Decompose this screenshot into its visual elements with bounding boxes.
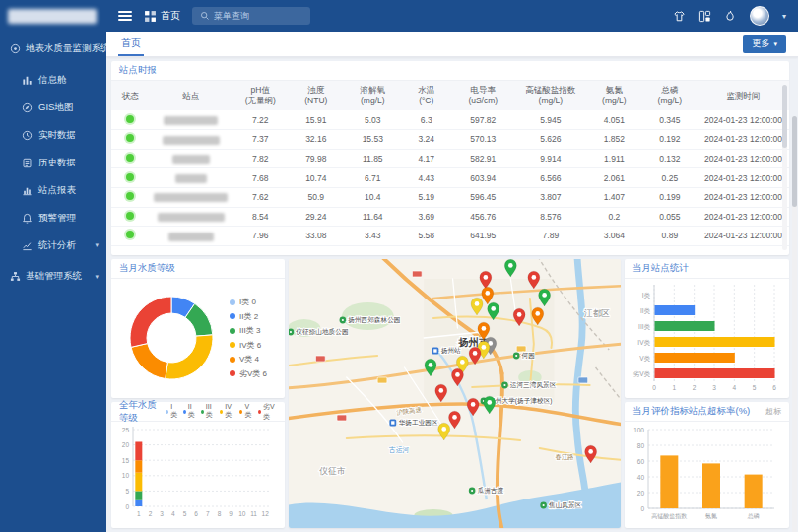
- table-row[interactable]: 7.3732.1615.533.24570.135.6261.8520.1922…: [111, 130, 789, 150]
- table-cell: 8.576: [515, 207, 587, 227]
- svg-text:总磷: 总磷: [747, 513, 760, 519]
- legend-item[interactable]: 劣V类 6: [230, 368, 267, 379]
- history-icon: [22, 158, 33, 168]
- layout-icon[interactable]: [698, 10, 711, 23]
- chevron-down-icon[interactable]: ▾: [782, 12, 786, 21]
- table-scrollbar[interactable]: [782, 85, 787, 250]
- page-scrollbar[interactable]: [792, 116, 797, 532]
- status-dot-green: [126, 173, 134, 181]
- sidebar-item-label: 历史数据: [38, 157, 76, 169]
- card-title: 当月评价指标站点超标率(%): [632, 405, 750, 418]
- flame-icon[interactable]: [724, 10, 737, 23]
- table-cell: 79.98: [289, 149, 344, 168]
- search-input[interactable]: [214, 11, 302, 21]
- topbar-actions: ▾: [673, 6, 786, 26]
- hamburger-menu-icon[interactable]: [118, 11, 132, 21]
- table-cell: 597.82: [451, 110, 515, 130]
- sidebar-item-station-report[interactable]: 站点报表: [0, 176, 106, 204]
- table-cell: 5.945: [515, 110, 587, 130]
- table-cell: 2024-01-23 12:00:00: [698, 149, 789, 168]
- table-row[interactable]: 7.8279.9811.854.17582.919.9141.9110.1322…: [111, 149, 789, 168]
- table-cell: 7.37: [233, 130, 288, 150]
- svg-text:运河三湾风景区: 运河三湾风景区: [510, 381, 557, 389]
- sidebar-item-realtime-data[interactable]: 实时数据: [0, 121, 106, 149]
- sidebar-item-stats-analysis[interactable]: 统计分析▾: [0, 232, 106, 259]
- tab-home[interactable]: 首页: [118, 32, 144, 56]
- svg-text:0: 0: [640, 505, 644, 512]
- svg-text:3: 3: [160, 510, 164, 517]
- table-cell: 7.96: [233, 227, 288, 246]
- table-cell: 456.76: [451, 207, 515, 227]
- table-cell: 582.91: [451, 149, 515, 168]
- realtime-icon: [22, 130, 33, 141]
- legend-item[interactable]: II类: [183, 402, 196, 422]
- table-row[interactable]: 7.9633.083.435.58641.957.893.0640.892024…: [111, 227, 789, 246]
- legend-item[interactable]: 劣V类: [258, 402, 277, 422]
- svg-text:9: 9: [229, 510, 233, 517]
- svg-text:5: 5: [125, 488, 129, 495]
- table-row[interactable]: 7.6810.746.714.43603.946.5662.0610.25202…: [111, 168, 789, 188]
- sidebar-item-history-data[interactable]: 历史数据: [0, 149, 106, 176]
- table-row[interactable]: 7.2215.915.036.3597.825.9454.0510.345202…: [111, 110, 789, 130]
- legend-item[interactable]: III类: [201, 402, 215, 422]
- redacted-station-name: [175, 174, 207, 183]
- sidebar-item-gis-map[interactable]: GIS地图: [0, 94, 106, 121]
- user-avatar[interactable]: [750, 6, 769, 26]
- annual-water-grade-card: 全年水质等级 I类II类III类IV类V类劣V类 051015202512345…: [111, 402, 285, 528]
- svg-text:II类: II类: [640, 307, 651, 314]
- donut-segment[interactable]: [131, 344, 167, 379]
- breadcrumb-label: 首页: [161, 9, 180, 23]
- legend-item[interactable]: IV类 6: [230, 340, 267, 351]
- legend-item[interactable]: V类 4: [230, 354, 267, 365]
- legend-item[interactable]: III类 3: [230, 325, 267, 336]
- table-row[interactable]: 8.5429.2411.643.69456.768.5760.20.055202…: [111, 207, 789, 227]
- theme-shirt-icon[interactable]: [673, 10, 686, 23]
- chevron-down-icon: ▾: [95, 273, 99, 281]
- legend-item[interactable]: I类: [166, 402, 178, 422]
- bottom-grid: 当月水质等级 I类 0II类 2III类 3IV类 6V类 4劣V类 6 全年水…: [111, 259, 789, 528]
- gis-map-panel[interactable]: 扬州市江都区仪征市古运河沪陕高速春江路扬州站何园运河三湾风景区扬州西郊森林公园仪…: [289, 259, 621, 528]
- status-dot-green: [126, 115, 134, 123]
- card-title: 站点时报: [111, 61, 789, 81]
- table-row[interactable]: 7.6250.910.45.19596.453.8071.4070.199202…: [111, 187, 789, 207]
- sidebar-item-alert-management[interactable]: 预警管理: [0, 204, 106, 232]
- more-button[interactable]: 更多 ▾: [743, 35, 786, 53]
- annual-legend: I类II类III类IV类V类劣V类: [166, 402, 277, 422]
- svg-text:10: 10: [122, 472, 130, 479]
- sidebar-group-water-system[interactable]: 地表水质量监测系统 ▴: [0, 32, 106, 66]
- donut-segment[interactable]: [130, 297, 171, 347]
- map-canvas[interactable]: 扬州市江都区仪征市古运河沪陕高速春江路扬州站何园运河三湾风景区扬州西郊森林公园仪…: [289, 259, 621, 528]
- sidebar-group-base-system[interactable]: 基础管理系统 ▾: [0, 259, 106, 294]
- svg-text:80: 80: [637, 442, 645, 449]
- table-cell: 29.24: [289, 207, 344, 227]
- map-label: 仪征捺山地质公园: [289, 328, 349, 336]
- breadcrumb[interactable]: 首页: [144, 9, 180, 23]
- legend-item[interactable]: 超标: [765, 406, 781, 417]
- sidebar-group-label: 基础管理系统: [26, 270, 82, 283]
- sidebar-item-info-cabin[interactable]: 信息舱: [0, 66, 106, 94]
- column-header: pH值(无量纲): [233, 81, 288, 110]
- legend-item[interactable]: IV类: [220, 402, 234, 422]
- legend-item[interactable]: II类 2: [230, 311, 267, 322]
- svg-text:2: 2: [149, 510, 153, 517]
- svg-text:瓜洲古渡: 瓜洲古渡: [478, 487, 504, 495]
- table-cell: 3.69: [402, 207, 451, 227]
- legend-item[interactable]: I类 0: [230, 297, 267, 307]
- sidebar-item-label: 站点报表: [38, 184, 76, 197]
- donut-segment[interactable]: [166, 335, 213, 379]
- station-hourly-report-card: 站点时报 状态站点pH值(无量纲)浊度(NTU)溶解氧(mg/L)水温(°C)电…: [111, 61, 789, 255]
- station-table: 状态站点pH值(无量纲)浊度(NTU)溶解氧(mg/L)水温(°C)电导率(uS…: [111, 81, 789, 246]
- svg-text:60: 60: [637, 458, 645, 465]
- column-header: 溶解氧(mg/L): [344, 81, 402, 110]
- table-cell: 1.852: [586, 130, 641, 150]
- svg-text:4: 4: [171, 510, 175, 517]
- svg-text:5: 5: [183, 510, 187, 517]
- donut-svg: [117, 281, 228, 395]
- table-cell: 7.89: [515, 227, 587, 246]
- legend-item[interactable]: V类: [239, 402, 253, 422]
- column-header: 总磷(mg/L): [642, 81, 698, 110]
- sidebar-group-label: 地表水质量监测系统: [26, 42, 106, 55]
- table-cell: 0.89: [642, 227, 698, 246]
- table-cell: 3.807: [515, 187, 587, 207]
- menu-search[interactable]: [192, 7, 310, 25]
